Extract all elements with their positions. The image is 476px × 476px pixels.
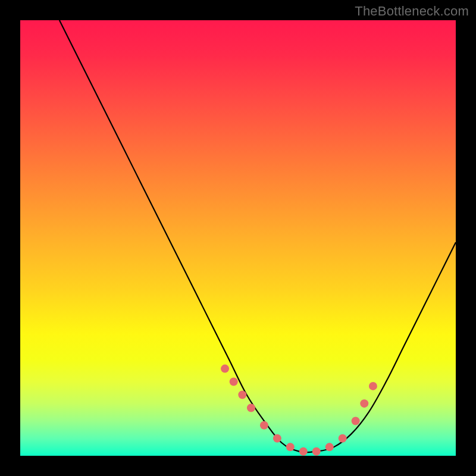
attribution-text: TheBottleneck.com [355,4,469,19]
plot-area [20,20,456,456]
highlight-dot [221,365,229,373]
bottleneck-curve [60,20,456,452]
highlight-dot [325,443,334,451]
highlight-dot [360,399,368,408]
highlight-dot [352,416,360,425]
highlight-dot [369,382,377,390]
highlight-dot [247,403,255,412]
highlight-dot [230,378,238,386]
highlight-dot [299,447,308,456]
highlight-dots [221,365,377,456]
highlight-dot [273,434,281,443]
highlight-dot [339,434,347,443]
chart-frame: TheBottleneck.com [0,0,476,476]
highlight-dot [312,447,321,456]
highlight-dot [238,391,246,399]
highlight-dot [286,443,295,451]
highlight-dot [260,421,268,430]
chart-svg [20,20,456,456]
